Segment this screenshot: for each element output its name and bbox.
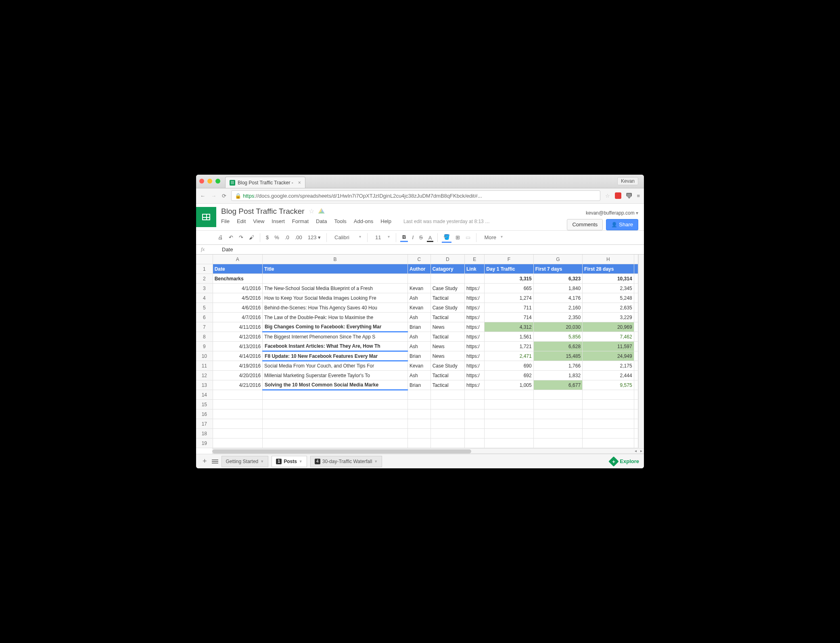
- cell[interactable]: [408, 390, 431, 400]
- row-head[interactable]: 19: [196, 438, 213, 448]
- cell[interactable]: Link: [464, 264, 484, 274]
- row-head[interactable]: 4: [196, 293, 213, 303]
- cell[interactable]: [485, 390, 533, 400]
- cell[interactable]: [634, 322, 638, 332]
- menu-addons[interactable]: Add-ons: [354, 218, 373, 224]
- cell[interactable]: 4/14/2016: [213, 351, 262, 361]
- cell[interactable]: [634, 371, 638, 380]
- cell[interactable]: https:/: [464, 342, 484, 351]
- cell[interactable]: [533, 438, 582, 448]
- cell[interactable]: Millenial Marketing Superstar Everette T…: [263, 371, 408, 380]
- row-head[interactable]: 3: [196, 284, 213, 293]
- cell[interactable]: 5,248: [583, 293, 634, 303]
- cell[interactable]: [213, 409, 262, 419]
- row-head[interactable]: 18: [196, 429, 213, 438]
- cell[interactable]: https:/: [464, 293, 484, 303]
- cell[interactable]: 5,856: [533, 332, 582, 342]
- cell[interactable]: 4/1/2016: [213, 284, 262, 293]
- cell[interactable]: [634, 303, 638, 313]
- cell[interactable]: https:/: [464, 303, 484, 313]
- cell[interactable]: [533, 429, 582, 438]
- row-head[interactable]: 16: [196, 409, 213, 419]
- cell[interactable]: 4/5/2016: [213, 293, 262, 303]
- cell[interactable]: 711: [485, 303, 533, 313]
- decrease-decimal-icon[interactable]: .0: [283, 233, 291, 242]
- cell[interactable]: [634, 438, 638, 448]
- cell[interactable]: 714: [485, 313, 533, 322]
- cell[interactable]: Kevan: [408, 361, 431, 371]
- cell[interactable]: 1,721: [485, 342, 533, 351]
- cell[interactable]: 665: [485, 284, 533, 293]
- cell[interactable]: https:/: [464, 361, 484, 371]
- back-button[interactable]: ←: [200, 193, 205, 199]
- cell[interactable]: Tactical: [430, 380, 464, 390]
- row-head[interactable]: 11: [196, 361, 213, 371]
- merge-icon[interactable]: ▭: [464, 233, 472, 242]
- cell[interactable]: [464, 400, 484, 409]
- row-head[interactable]: 9: [196, 342, 213, 351]
- cell[interactable]: https:/: [464, 284, 484, 293]
- cell[interactable]: [263, 409, 408, 419]
- cell[interactable]: [634, 264, 638, 274]
- cell[interactable]: [464, 409, 484, 419]
- redo-icon[interactable]: ↷: [237, 233, 245, 242]
- print-icon[interactable]: 🖨: [216, 233, 225, 242]
- cell[interactable]: Ash: [408, 342, 431, 351]
- cell[interactable]: Kevan: [408, 284, 431, 293]
- cell[interactable]: 4/20/2016: [213, 371, 262, 380]
- cell[interactable]: [485, 409, 533, 419]
- ublock-icon[interactable]: [615, 192, 621, 199]
- row-head[interactable]: 14: [196, 390, 213, 400]
- cell[interactable]: https:/: [464, 313, 484, 322]
- cell[interactable]: 1,832: [533, 371, 582, 380]
- document-title[interactable]: Blog Post Traffic Tracker: [221, 207, 305, 216]
- bold-button[interactable]: B: [400, 233, 408, 242]
- menu-view[interactable]: View: [253, 218, 264, 224]
- cell[interactable]: [583, 429, 634, 438]
- scroll-right-icon[interactable]: ▸: [638, 449, 644, 453]
- cell[interactable]: [533, 419, 582, 429]
- cell[interactable]: [464, 390, 484, 400]
- cell[interactable]: First 28 days: [583, 264, 634, 274]
- cell[interactable]: [485, 419, 533, 429]
- row-head[interactable]: 13: [196, 380, 213, 390]
- increase-decimal-icon[interactable]: .00: [293, 233, 304, 242]
- cell[interactable]: Big Changes Coming to Facebook: Everythi…: [263, 322, 408, 332]
- cell[interactable]: 2,635: [583, 303, 634, 313]
- sheets-logo-icon[interactable]: [196, 207, 216, 227]
- cell[interactable]: News: [430, 342, 464, 351]
- cell[interactable]: [263, 429, 408, 438]
- browser-tab[interactable]: Blog Post Traffic Tracker - ×: [225, 177, 305, 188]
- cell[interactable]: [634, 342, 638, 351]
- cell[interactable]: [634, 313, 638, 322]
- cell[interactable]: Ash: [408, 371, 431, 380]
- cell[interactable]: [408, 274, 431, 284]
- cell[interactable]: Case Study: [430, 284, 464, 293]
- cell[interactable]: [634, 429, 638, 438]
- cell[interactable]: [634, 390, 638, 400]
- strikethrough-button[interactable]: S: [418, 233, 424, 242]
- font-select[interactable]: Calibri: [331, 232, 363, 242]
- cell[interactable]: [634, 351, 638, 361]
- chrome-profile-button[interactable]: Kevan: [617, 177, 638, 185]
- row-head[interactable]: 7: [196, 322, 213, 332]
- cell[interactable]: 6,628: [533, 342, 582, 351]
- cell[interactable]: [263, 390, 408, 400]
- cell[interactable]: 690: [485, 361, 533, 371]
- cell[interactable]: 9,575: [583, 380, 634, 390]
- maximize-window-icon[interactable]: [215, 179, 220, 184]
- cell[interactable]: 7,462: [583, 332, 634, 342]
- row-head[interactable]: 12: [196, 371, 213, 380]
- pocket-icon[interactable]: [626, 193, 632, 198]
- col-E[interactable]: E: [464, 255, 484, 264]
- fill-color-icon[interactable]: 🪣: [442, 232, 451, 243]
- cell[interactable]: [408, 409, 431, 419]
- col-A[interactable]: A: [213, 255, 262, 264]
- menu-insert[interactable]: Insert: [272, 218, 285, 224]
- cell[interactable]: [634, 332, 638, 342]
- cell[interactable]: Date: [213, 264, 262, 274]
- forward-button[interactable]: →: [211, 193, 216, 199]
- reload-button[interactable]: ⟳: [222, 193, 226, 199]
- menu-format[interactable]: Format: [292, 218, 309, 224]
- cell[interactable]: How to Keep Your Social Media Images Loo…: [263, 293, 408, 303]
